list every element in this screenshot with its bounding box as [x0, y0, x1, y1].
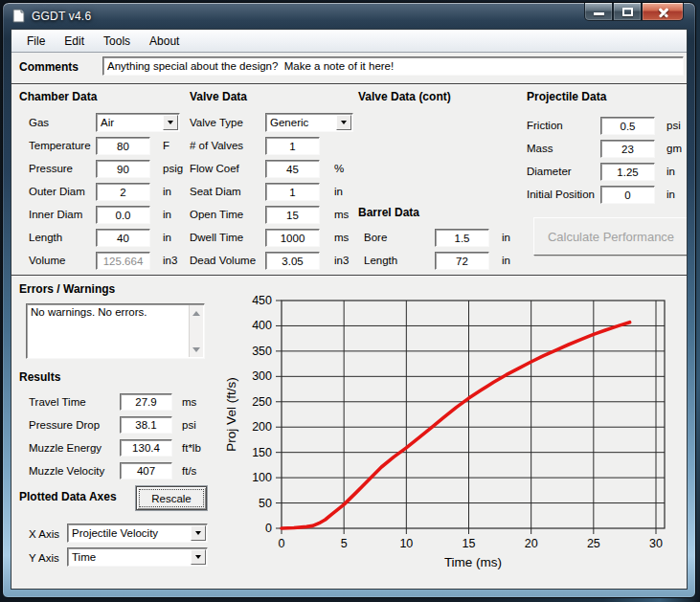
separator-middle	[11, 275, 687, 276]
chamber-length-unit: in	[163, 232, 171, 243]
x-axis-dropdown-value: Projectile Velocity	[68, 527, 191, 539]
pressure-drop-label: Pressure Drop	[29, 419, 100, 431]
seat-diam-field[interactable]	[265, 183, 320, 201]
comments-label: Comments	[19, 60, 79, 74]
bore-field[interactable]	[435, 229, 489, 247]
flow-coef-unit: %	[334, 163, 344, 174]
volume-label: Volume	[29, 255, 65, 266]
outer-diam-field[interactable]	[96, 183, 150, 201]
close-icon	[658, 7, 669, 17]
muzzle-energy-field[interactable]	[120, 439, 172, 457]
errors-scrollbar[interactable]	[189, 305, 203, 357]
y-axis-dropdown[interactable]: Time	[67, 547, 208, 567]
svg-text:150: 150	[252, 446, 272, 459]
maximize-icon	[622, 8, 633, 16]
close-button[interactable]	[642, 3, 684, 21]
muzzle-velocity-field[interactable]	[120, 462, 172, 479]
dead-volume-field[interactable]	[265, 252, 320, 270]
pressure-drop-field[interactable]	[120, 416, 172, 434]
menu-bar: File Edit Tools About	[11, 30, 687, 53]
minimize-icon	[594, 12, 604, 15]
errors-warnings-header: Errors / Warnings	[19, 282, 115, 296]
mass-field[interactable]	[600, 140, 655, 158]
travel-time-field[interactable]	[120, 393, 172, 411]
dead-volume-label: Dead Volume	[190, 255, 256, 266]
inner-diam-label: Inner Diam	[29, 209, 82, 220]
valve-type-dropdown[interactable]: Generic	[265, 113, 353, 132]
chamber-length-field[interactable]	[96, 229, 150, 247]
svg-text:300: 300	[252, 369, 272, 383]
open-time-label: Open Time	[190, 209, 243, 220]
bore-label: Bore	[364, 232, 387, 243]
friction-field[interactable]	[600, 117, 655, 135]
app-icon	[12, 9, 25, 23]
svg-text:25: 25	[587, 537, 600, 550]
chart: 050100150200250300350400450051015202530T…	[220, 285, 684, 577]
barrel-length-field[interactable]	[435, 252, 489, 270]
menu-about[interactable]: About	[140, 32, 189, 51]
gas-dropdown-value: Air	[97, 117, 163, 128]
chevron-down-icon	[191, 549, 206, 565]
pressure-drop-unit: psi	[182, 419, 196, 431]
chevron-down-icon	[191, 525, 206, 541]
svg-text:5: 5	[341, 537, 348, 550]
inner-diam-field[interactable]	[96, 206, 150, 224]
minimize-button[interactable]	[584, 3, 613, 21]
flow-coef-field[interactable]	[265, 160, 320, 178]
outer-diam-label: Outer Diam	[29, 186, 85, 197]
svg-text:0: 0	[279, 537, 285, 550]
dwell-time-field[interactable]	[265, 229, 320, 247]
svg-text:0: 0	[265, 522, 272, 535]
svg-text:450: 450	[252, 294, 272, 307]
svg-text:Time (ms): Time (ms)	[444, 555, 502, 569]
initial-position-unit: in	[666, 189, 675, 200]
x-axis-dropdown[interactable]: Projectile Velocity	[67, 524, 208, 543]
gas-dropdown[interactable]: Air	[96, 113, 180, 132]
temperature-field[interactable]	[96, 137, 150, 155]
svg-text:200: 200	[252, 420, 272, 434]
muzzle-velocity-label: Muzzle Velocity	[29, 465, 104, 477]
errors-textarea[interactable]: No warnings. No errors.	[26, 303, 205, 359]
app-window: GGDT v4.6 File Edit Tools About Comments…	[2, 2, 696, 598]
open-time-field[interactable]	[265, 206, 320, 224]
diameter-label: Diameter	[527, 166, 572, 177]
y-axis-label: Y Axis	[29, 552, 59, 564]
inner-diam-unit: in	[163, 209, 171, 220]
open-time-unit: ms	[334, 209, 349, 220]
dwell-time-label: Dwell Time	[190, 232, 243, 243]
travel-time-label: Travel Time	[29, 396, 86, 408]
bore-unit: in	[502, 232, 510, 243]
volume-unit: in3	[163, 255, 177, 266]
results-header: Results	[19, 370, 60, 384]
maximize-button[interactable]	[613, 3, 642, 21]
pressure-label: Pressure	[29, 163, 73, 174]
svg-text:Proj Vel (ft/s): Proj Vel (ft/s)	[224, 377, 238, 451]
outer-diam-unit: in	[163, 186, 171, 197]
rescale-button[interactable]: Rescale	[136, 486, 207, 510]
errors-text: No warnings. No errors.	[31, 306, 187, 318]
friction-unit: psi	[666, 120, 681, 131]
friction-label: Friction	[527, 120, 563, 131]
caption-buttons	[584, 3, 684, 21]
scroll-down-icon[interactable]	[190, 343, 203, 356]
menu-edit[interactable]: Edit	[55, 32, 94, 51]
svg-text:400: 400	[252, 319, 272, 332]
scroll-up-icon[interactable]	[190, 306, 203, 320]
svg-text:10: 10	[399, 537, 413, 550]
mass-unit: gm	[666, 143, 682, 154]
chevron-down-icon	[336, 115, 351, 130]
initial-position-field[interactable]	[600, 186, 655, 204]
menu-file[interactable]: File	[17, 32, 55, 51]
chamber-length-label: Length	[29, 232, 62, 243]
num-valves-field[interactable]	[265, 137, 320, 155]
initial-position-label: Initial Position	[527, 189, 595, 200]
svg-text:30: 30	[649, 537, 663, 550]
diameter-field[interactable]	[600, 163, 655, 181]
muzzle-energy-label: Muzzle Energy	[29, 442, 102, 454]
muzzle-energy-unit: ft*lb	[182, 442, 201, 454]
menu-tools[interactable]: Tools	[94, 32, 140, 51]
pressure-field[interactable]	[96, 160, 150, 178]
seat-diam-unit: in	[334, 186, 343, 197]
comments-input[interactable]	[102, 56, 684, 76]
gas-label: Gas	[29, 117, 49, 128]
